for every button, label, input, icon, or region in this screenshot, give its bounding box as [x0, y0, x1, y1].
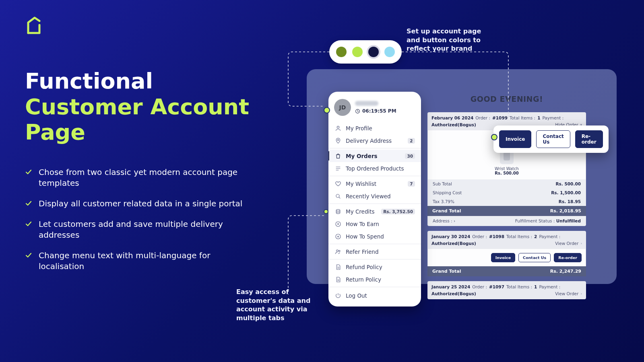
sidebar-item-wishlist[interactable]: My Wishlist 7	[328, 177, 421, 190]
color-swatch[interactable]	[384, 47, 395, 57]
color-swatch[interactable]	[352, 47, 363, 57]
color-palette[interactable]	[329, 40, 402, 64]
upload-icon	[334, 233, 341, 240]
grand-total-row: Grand TotalRs. 2,247.29	[427, 266, 586, 276]
product-name: Wrist Watch	[495, 167, 519, 171]
feature-bullet: Let customers add and save multiple deli…	[25, 219, 250, 241]
feature-bullet: Change menu text with multi-language for…	[25, 250, 250, 272]
reorder-button[interactable]: Re-order	[554, 253, 582, 262]
sidebar-item-refund[interactable]: Refund Policy	[328, 261, 421, 273]
callout-tabs: Easy access of customer's data and accou…	[236, 288, 329, 322]
order-header: January 30 2024 Order :#1098 Total Items…	[427, 231, 586, 249]
clock-time: 06:19:55 PM	[362, 108, 396, 114]
color-swatch-selected[interactable]	[368, 47, 379, 57]
users-icon	[334, 248, 341, 255]
chevron-right-icon: ›	[454, 218, 455, 223]
svg-point-4	[336, 209, 340, 211]
color-swatch[interactable]	[336, 47, 347, 57]
check-icon	[25, 252, 32, 259]
contact-button[interactable]: Contact Us	[518, 253, 551, 262]
grand-total-row: Grand TotalRs. 2,018.95	[427, 206, 586, 216]
greeting-text: GOOD EVENING!	[427, 95, 586, 103]
svg-point-2	[337, 139, 339, 140]
clock-icon	[355, 109, 360, 114]
sidebar-item-top-ordered[interactable]: Top Ordered Products	[328, 162, 421, 175]
sidebar-item-profile[interactable]: My Profile	[328, 122, 421, 134]
document-icon	[334, 263, 341, 270]
avatar: JD	[334, 99, 351, 116]
document-icon	[334, 276, 341, 283]
account-sidebar: JD 06:19:55 PM My Profile Delivery Addre…	[328, 92, 421, 306]
order-card: January 25 2024 Order :#1097 Total Items…	[427, 281, 586, 299]
action-buttons-callout: Invoice Contact Us Re-order	[493, 125, 609, 153]
sidebar-item-recent[interactable]: Recently Viewed	[328, 190, 421, 202]
download-icon	[334, 220, 341, 227]
page-title: Functional Customer Account Page	[25, 68, 266, 145]
contact-button[interactable]: Contact Us	[536, 130, 570, 148]
svg-point-7	[336, 250, 338, 252]
sidebar-item-delivery[interactable]: Delivery Address 2	[328, 134, 421, 147]
sidebar-item-refer[interactable]: Refer Friend	[328, 245, 421, 258]
reorder-button[interactable]: Re-order	[575, 130, 603, 148]
location-icon	[334, 137, 341, 144]
brand-logo	[26, 15, 42, 37]
svg-point-1	[337, 126, 339, 128]
order-card: February 06 2024 Order :#1099 Total Item…	[427, 112, 586, 226]
order-card: January 30 2024 Order :#1098 Total Items…	[427, 231, 586, 276]
sidebar-item-credits[interactable]: My Credits Rs. 3,752.50	[328, 205, 421, 218]
invoice-button[interactable]: Invoice	[499, 130, 531, 148]
search-icon	[334, 193, 341, 200]
callout-brand-colors: Set up account page and button colors to…	[407, 27, 493, 53]
coins-icon	[334, 208, 341, 215]
check-icon	[25, 169, 32, 176]
view-order-link[interactable]: View Order	[555, 291, 578, 296]
view-order-link[interactable]: View Order	[555, 241, 578, 246]
sidebar-item-return[interactable]: Return Policy	[328, 273, 421, 286]
callout-pin-icon	[324, 209, 328, 214]
bag-icon	[334, 152, 341, 159]
sidebar-item-orders[interactable]: My Orders 30	[328, 150, 421, 162]
check-icon	[25, 200, 32, 207]
chevron-right-icon: ›	[580, 292, 582, 296]
list-icon	[334, 165, 341, 172]
wishlist-count-badge: 7	[408, 181, 415, 187]
power-icon	[334, 292, 341, 299]
customer-name-blurred	[355, 101, 378, 106]
order-header: January 25 2024 Order :#1097 Total Items…	[427, 281, 586, 299]
product-price: Rs. 500.00	[495, 171, 519, 175]
invoice-button[interactable]: Invoice	[491, 253, 515, 262]
orders-panel: GOOD EVENING! February 06 2024 Order :#1…	[427, 95, 586, 299]
svg-point-3	[336, 194, 339, 197]
delivery-count-badge: 2	[408, 138, 415, 144]
heart-icon	[334, 180, 341, 187]
credits-balance-badge: Rs. 3,752.50	[381, 209, 415, 214]
check-icon	[25, 220, 32, 228]
sidebar-item-spend[interactable]: How To Spend	[328, 230, 421, 243]
sidebar-item-earn[interactable]: How To Earn	[328, 218, 421, 230]
chevron-right-icon: ›	[580, 241, 582, 245]
sidebar-header: JD 06:19:55 PM	[328, 95, 421, 121]
feature-bullet: Chose from two classic yet modern accoun…	[25, 167, 250, 189]
sidebar-item-logout[interactable]: Log Out	[328, 287, 421, 302]
orders-count-badge: 30	[405, 153, 415, 159]
user-icon	[334, 125, 341, 132]
svg-point-8	[339, 250, 340, 251]
feature-bullet: Display all customer related data in a s…	[25, 198, 250, 209]
